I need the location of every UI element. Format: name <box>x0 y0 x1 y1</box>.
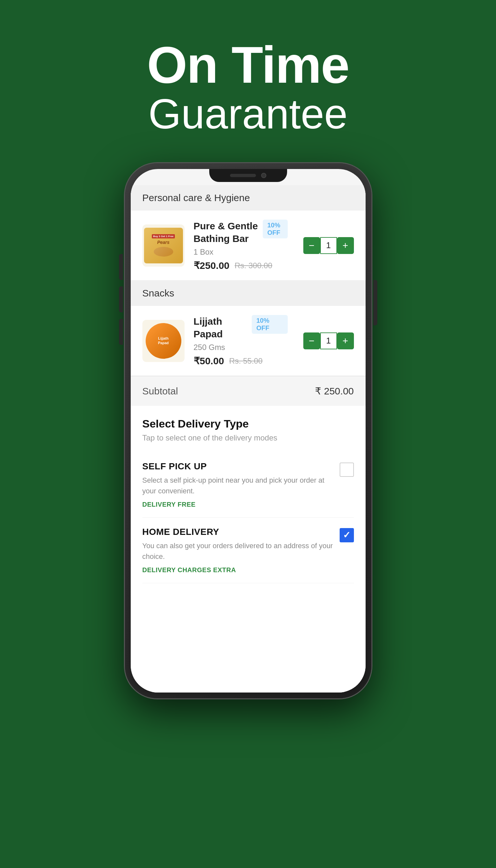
delivery-option-home[interactable]: HOME DELIVERY You can also get your orde… <box>142 518 354 583</box>
header-line2: Guarantee <box>147 91 349 137</box>
qty-decrease-soap[interactable]: − <box>303 237 320 254</box>
header-section: On Time Guarantee <box>147 0 349 163</box>
product-row-papad: LijjathPapad Lijjath Papad 10% OFF 250 G… <box>131 306 366 376</box>
notch-camera <box>261 173 266 178</box>
delivery-option-tag-self-pickup: DELIVERY FREE <box>142 501 340 508</box>
delivery-option-title-home: HOME DELIVERY <box>142 527 340 537</box>
qty-value-papad: 1 <box>320 332 337 349</box>
delivery-subtitle: Tap to select one of the delivery modes <box>142 433 354 442</box>
subtotal-section: Subtotal ₹ 250.00 <box>131 376 366 406</box>
subtotal-label: Subtotal <box>142 386 178 397</box>
qty-increase-papad[interactable]: + <box>337 332 354 349</box>
qty-control-soap[interactable]: − 1 + <box>303 237 354 254</box>
delivery-option-tag-home: DELIVERY CHARGES EXTRA <box>142 566 340 574</box>
delivery-option-desc-self-pickup: Select a self pick-up point near you and… <box>142 475 340 496</box>
qty-increase-soap[interactable]: + <box>337 237 354 254</box>
product-top-row-soap: Pure & Gentle Bathing Bar 10% OFF <box>193 220 288 245</box>
price-current-soap: ₹250.00 <box>193 260 230 271</box>
phone-outer-frame: Personal care & Hygiene Buy 3 Get 1 Free… <box>125 163 371 698</box>
delivery-option-self-pickup[interactable]: SELF PICK UP Select a self pick-up point… <box>142 452 354 518</box>
checkbox-self-pickup[interactable] <box>340 462 354 477</box>
header-line1: On Time <box>147 39 349 91</box>
section-personal-care: Personal care & Hygiene <box>131 185 366 210</box>
product-info-papad: Lijjath Papad 10% OFF 250 Gms ₹50.00 Rs.… <box>193 315 288 366</box>
phone-screen: Personal care & Hygiene Buy 3 Get 1 Free… <box>131 169 366 693</box>
qty-decrease-papad[interactable]: − <box>303 332 320 349</box>
delivery-option-info-self-pickup: SELF PICK UP Select a self pick-up point… <box>142 461 340 508</box>
phone-notch <box>209 169 287 182</box>
qty-control-papad[interactable]: − 1 + <box>303 332 354 349</box>
price-current-papad: ₹50.00 <box>193 355 224 366</box>
delivery-option-desc-home: You can also get your orders delivered t… <box>142 540 340 562</box>
price-original-papad: Rs. 55.00 <box>229 357 263 366</box>
discount-badge-papad: 10% OFF <box>252 315 288 334</box>
checkbox-home-delivery[interactable]: ✓ <box>340 528 354 542</box>
notch-speaker <box>230 174 256 177</box>
product-image-soap: Buy 3 Get 1 Free Pears <box>142 224 185 267</box>
qty-value-soap: 1 <box>320 237 337 254</box>
soap-promo-label: Buy 3 Get 1 Free <box>152 234 175 238</box>
checkmark-icon: ✓ <box>343 531 350 540</box>
section-snacks: Snacks <box>131 281 366 306</box>
product-qty-soap: 1 Box <box>193 248 288 256</box>
delivery-option-title-self-pickup: SELF PICK UP <box>142 461 340 472</box>
delivery-option-info-home: HOME DELIVERY You can also get your orde… <box>142 527 340 574</box>
price-row-papad: ₹50.00 Rs. 55.00 <box>193 355 288 366</box>
price-original-soap: Rs. 300.00 <box>234 261 272 270</box>
product-name-soap: Pure & Gentle Bathing Bar <box>193 220 263 245</box>
delivery-section: Select Delivery Type Tap to select one o… <box>131 406 366 590</box>
product-name-papad: Lijjath Papad <box>193 315 252 340</box>
screen-content[interactable]: Personal care & Hygiene Buy 3 Get 1 Free… <box>131 185 366 693</box>
soap-brand: Pears <box>157 240 169 245</box>
product-row-soap: Buy 3 Get 1 Free Pears Pure & Gentle Bat… <box>131 210 366 281</box>
product-info-soap: Pure & Gentle Bathing Bar 10% OFF 1 Box … <box>193 220 288 271</box>
soap-visual: Buy 3 Get 1 Free Pears <box>144 228 183 263</box>
product-image-papad: LijjathPapad <box>142 320 185 362</box>
delivery-title: Select Delivery Type <box>142 417 354 430</box>
papad-visual: LijjathPapad <box>146 323 181 359</box>
product-qty-papad: 250 Gms <box>193 343 288 352</box>
discount-badge-soap: 10% OFF <box>263 220 288 238</box>
subtotal-amount: ₹ 250.00 <box>315 385 354 397</box>
price-row-soap: ₹250.00 Rs. 300.00 <box>193 260 288 271</box>
phone-mockup: Personal care & Hygiene Buy 3 Get 1 Free… <box>125 163 371 698</box>
product-top-row-papad: Lijjath Papad 10% OFF <box>193 315 288 340</box>
